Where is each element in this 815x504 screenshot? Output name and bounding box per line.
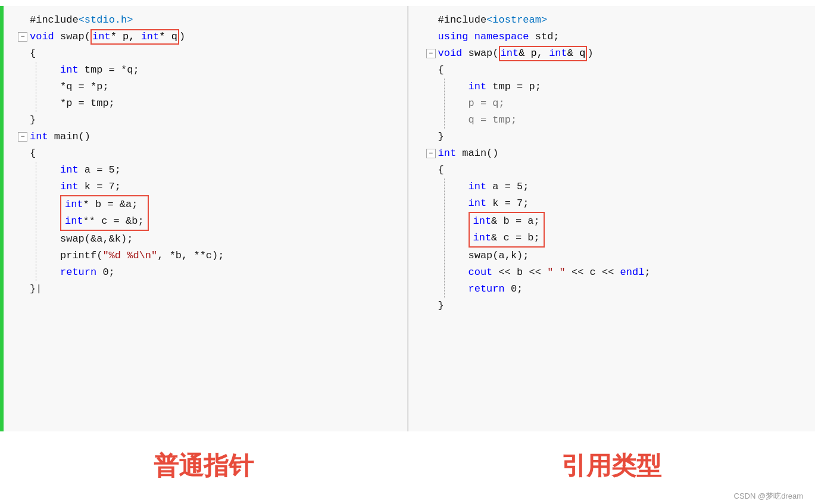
line-cout-right: cout << b << " " << c << endl; [445,264,810,281]
labels-row: 普通指针 引用类型 [0,437,815,489]
fold-icon-main-right[interactable]: − [426,149,436,158]
line-swap-call-left: swap(&a,&k); [36,231,401,248]
line-c-right: int & c = b; [473,230,540,246]
kw-int-b-left: int [65,197,83,212]
c-right: & c = b; [491,230,540,246]
line-swap-call-right: swap(a,k); [445,248,810,264]
right-code-area: #include<iostream> using namespace std; … [408,12,816,314]
include-path: <stdio.h> [79,12,133,28]
brace-end-right: } [438,298,444,314]
brace-close1-right: } [438,129,444,145]
highlight-box-left: int * b = &a; int ** c = &b; [60,195,149,231]
green-bar-left [0,6,4,431]
ptmp-left: *p = tmp; [60,96,115,111]
brace-end-left: }| [30,281,42,297]
fold-icon-swap-left[interactable]: − [18,32,27,42]
paren-close-right: ) [587,46,593,61]
line-tmp-right: int tmp = p; [445,79,810,95]
kw-int-c-right: int [473,230,492,246]
line-a-right: int a = 5; [445,179,810,195]
line-printf-left: printf("%d %d\n", *b, **c); [36,248,401,264]
label-left: 普通指针 [0,449,408,483]
str-space-right: " " [547,265,566,280]
kw-cout-right: cout [469,265,493,280]
brace-open-right: { [438,62,444,78]
swap-call-left: swap(&a,&k); [60,231,133,247]
brace-open2-right: { [438,162,444,178]
line-brace-end-left: }| [18,281,401,298]
main-left: main() [48,129,90,145]
kw-int-b-right: int [473,214,492,229]
qp-left: *q = *p; [60,79,109,95]
line-brace3-right: { [426,162,810,179]
include-kw-right: #include [438,12,487,28]
brace-close1-left: } [30,112,36,128]
line-qp-left: *q = *p; [36,79,401,95]
line-swap-left: − void swap(int* p, int* q) [18,29,401,45]
b-right: & b = a; [491,214,540,229]
kw-endl-right: endl [620,265,645,280]
kw-return-right: return [469,281,505,297]
ns-text-right [469,29,474,45]
cout-c: << c << [566,265,620,280]
line-c-left: int ** c = &b; [65,213,144,230]
fold-icon-swap-right[interactable]: − [426,49,436,58]
qtmp-right: q = tmp; [469,112,517,128]
line-qtmp-right: q = tmp; [445,112,810,129]
tmp-left: tmp = *q; [79,62,139,78]
line-main-right: − int main() [426,145,810,162]
line-brace3-left: { [18,145,401,162]
fn-swap-right: swap( [462,46,498,61]
left-panel: #include<stdio.h> − void swap(int* p, in… [0,6,408,431]
include-keyword: #include [30,12,79,28]
line-b-left: int * b = &a; [65,196,144,213]
swap-call-right: swap(a,k); [469,248,529,264]
return-left: 0; [96,265,115,280]
label-right: 引用类型 [408,449,816,483]
line-include-left: #include<stdio.h> [18,12,401,29]
kw-int-tmp-right: int [469,79,487,95]
line-return-right: return 0; [445,281,810,298]
str-left: "%d %d\n" [102,248,157,264]
a-right: a = 5; [486,179,529,195]
line-k-left: int k = 7; [36,179,401,195]
highlight-params-right: int& p, int& q [499,46,588,61]
include-path-right: <iostream> [486,12,547,28]
swap-body-left: int tmp = *q; *q = *p; *p = tmp; [36,62,401,112]
kw-int-a-right: int [469,179,487,195]
line-a-left: int a = 5; [36,162,401,179]
paren-close-left: ) [179,29,185,45]
line-pq-right: p = q; [445,95,810,112]
fold-icon-main-left[interactable]: − [18,132,27,142]
footer-text: CSDN @梦呓dream [734,492,804,500]
left-code-area: #include<stdio.h> − void swap(int* p, in… [0,12,407,298]
k-left: k = 7; [79,179,121,195]
main-right: main() [456,146,498,161]
line-brace-end-right: } [426,298,810,314]
kw-using-right: using [438,29,469,45]
brace-open-left: { [30,46,36,61]
right-panel: #include<iostream> using namespace std; … [408,6,816,431]
kw-ns-right: namespace [474,29,529,45]
return-right: 0; [505,281,523,297]
kw-return-left: return [60,265,96,280]
pq-right: p = q; [469,96,505,111]
line-brace2-right: } [426,129,810,145]
line-swap-right: − void swap(int& p, int& q) [426,45,810,62]
b-left: * b = &a; [83,197,138,212]
line-k-right: int k = 7; [445,195,810,212]
line-main-left: − int main() [18,129,401,145]
line-include-right: #include<iostream> [426,12,810,29]
kw-void-left: void [30,29,54,45]
cout-semi: ; [644,265,650,280]
k-right: k = 7; [486,196,529,211]
kw-int-k-left: int [60,179,79,195]
main-body-right: int a = 5; int k = 7; int & b = a; int [444,179,810,298]
line-tmp-left: int tmp = *q; [36,62,401,79]
printf-args-left: , *b, **c); [157,248,224,264]
kw-int-main-right: int [438,146,457,161]
printf-left: printf( [60,248,102,264]
fn-swap-left: swap( [54,29,90,45]
kw-int-c-left: int [65,214,83,229]
highlight-params-left: int* p, int* q [90,29,179,45]
